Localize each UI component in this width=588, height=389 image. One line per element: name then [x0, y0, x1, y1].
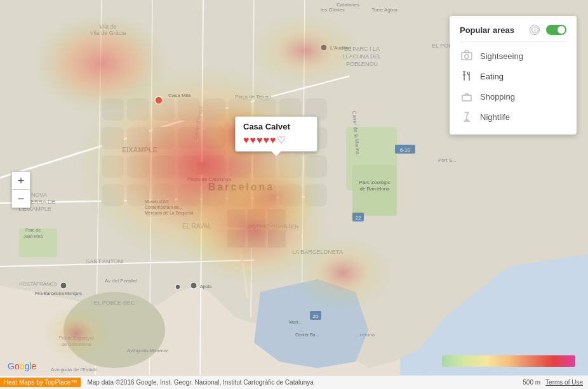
svg-text:Barcelona: Barcelona [208, 181, 274, 192]
svg-text:de Barcelona: de Barcelona [61, 341, 91, 347]
svg-text:Casa Milà: Casa Milà [168, 93, 191, 98]
zoom-in-button[interactable]: + [12, 172, 30, 190]
svg-point-91 [190, 282, 197, 289]
svg-text:20: 20 [313, 313, 319, 319]
map-container: Barcelona EIXAMPLE EL RAVAL GOTHIC QUART… [0, 0, 588, 389]
svg-rect-127 [465, 51, 469, 53]
svg-rect-83 [197, 162, 210, 175]
svg-rect-18 [102, 98, 124, 121]
svg-text:Parc Zoològic: Parc Zoològic [359, 180, 391, 185]
svg-rect-39 [178, 155, 200, 178]
svg-text:Vila de: Vila de [99, 23, 116, 30]
svg-rect-43 [279, 155, 302, 178]
svg-text:Plaça de Tetuan: Plaça de Tetuan [235, 94, 271, 100]
info-icon[interactable]: ⓘ [530, 25, 540, 35]
svg-text:Museu d'Art: Museu d'Art [145, 199, 168, 204]
svg-text:LLACUNA DEL: LLACUNA DEL [342, 53, 381, 60]
svg-text:EIXAMPLE: EIXAMPLE [122, 146, 157, 154]
svg-rect-44 [305, 155, 327, 178]
shopping-label: Shopping [480, 92, 515, 102]
svg-text:Torre Agbar: Torre Agbar [371, 7, 398, 13]
svg-text:GOTHIC QUARTER: GOTHIC QUARTER [247, 223, 299, 230]
category-shopping[interactable]: Shopping [460, 86, 566, 107]
svg-rect-132 [462, 95, 471, 101]
svg-point-126 [465, 55, 469, 58]
svg-point-79 [155, 96, 163, 104]
svg-rect-52 [279, 184, 302, 206]
svg-rect-48 [178, 184, 200, 206]
color-scale-bar [442, 355, 575, 367]
svg-text:de Barcelona: de Barcelona [359, 186, 390, 192]
svg-text:22: 22 [356, 215, 361, 221]
svg-rect-19 [127, 98, 149, 121]
svg-text:EL RAVAL: EL RAVAL [182, 223, 211, 230]
bottom-bar: Heat Maps by TopPlace™ Map data ©2016 Go… [0, 375, 588, 389]
google-logo: Google [8, 361, 36, 371]
map-attribution: Map data ©2016 Google, Inst. Geogr. Naci… [84, 379, 523, 386]
sightseeing-label: Sightseeing [480, 51, 523, 61]
svg-text:les Glories: les Glories [321, 7, 345, 13]
svg-text:Poble Espanyol: Poble Espanyol [58, 335, 94, 341]
svg-rect-42 [254, 155, 276, 178]
heatmaps-attribution: Heat Maps by TopPlace™ [0, 378, 81, 387]
svg-rect-56 [227, 230, 245, 247]
svg-text:Vila de Gràcia: Vila de Gràcia [90, 30, 126, 36]
scale-label: 500 m [523, 379, 540, 386]
svg-point-103 [175, 284, 180, 289]
svg-text:SANT ANTONI: SANT ANTONI [86, 258, 124, 265]
popular-areas-row: Popular areas ⓘ [460, 25, 566, 35]
category-sightseeing[interactable]: Sightseeing [460, 46, 566, 66]
svg-rect-45 [102, 184, 124, 206]
svg-rect-59 [268, 230, 286, 247]
svg-text:POBLENOU: POBLENOU [346, 61, 378, 67]
svg-rect-16 [19, 228, 57, 257]
nightlife-icon [460, 110, 474, 124]
svg-rect-54 [227, 209, 245, 227]
svg-text:L'Auditori: L'Auditori [330, 45, 351, 51]
svg-rect-22 [203, 98, 225, 121]
svg-marker-17 [254, 279, 368, 368]
filter-panel: Popular areas ⓘ Sightseeing [450, 16, 577, 135]
svg-point-81 [321, 44, 327, 51]
svg-text:Apolo: Apolo [200, 284, 211, 289]
svg-text:6-10: 6-10 [400, 147, 411, 153]
terms-link[interactable]: Terms of Use [545, 379, 583, 386]
panel-title: Popular areas [460, 25, 526, 35]
eating-label: Eating [480, 72, 504, 81]
svg-text:HOSTAFRANCS: HOSTAFRANCS [19, 281, 57, 287]
svg-rect-27 [102, 127, 124, 149]
popup-hearts: ♥♥♥♥♥♡ [243, 134, 309, 146]
svg-point-89 [60, 282, 67, 289]
svg-text:Worl...: Worl... [289, 320, 302, 324]
svg-text:Av del Parallel: Av del Parallel [105, 278, 137, 284]
shopping-icon [460, 89, 474, 103]
svg-rect-53 [305, 184, 327, 206]
panel-divider [460, 41, 566, 42]
svg-text:EL POBLE-SEC: EL POBLE-SEC [94, 300, 135, 306]
svg-text:Catalanes: Catalanes [337, 2, 359, 8]
svg-text:Avinguda Miramar: Avinguda Miramar [127, 348, 168, 353]
popup-title: Casa Calvet [243, 122, 309, 131]
zoom-controls: + − [11, 171, 30, 208]
svg-text:Contemporani de...: Contemporani de... [145, 205, 183, 210]
eating-icon [460, 69, 474, 83]
svg-rect-36 [102, 155, 124, 178]
zoom-out-button[interactable]: − [12, 190, 30, 208]
svg-rect-41 [229, 155, 251, 178]
svg-text:Joan Miró: Joan Miró [23, 234, 43, 239]
svg-text:...celona: ...celona [356, 332, 375, 338]
svg-rect-57 [248, 230, 265, 247]
svg-text:Avinguda de l'Estadi: Avinguda de l'Estadi [51, 367, 97, 373]
category-nightlife[interactable]: Nightlife [460, 107, 566, 127]
popular-areas-toggle[interactable] [546, 25, 566, 35]
svg-text:Plaça de Catalunya: Plaça de Catalunya [187, 176, 232, 182]
svg-text:Center Ba...: Center Ba... [295, 333, 319, 337]
svg-text:LA BARCELONETA: LA BARCELONETA [292, 249, 342, 255]
svg-rect-38 [152, 155, 175, 178]
svg-text:Mercado de La Boqueria: Mercado de La Boqueria [145, 211, 194, 216]
category-eating[interactable]: Eating [460, 66, 566, 86]
svg-rect-31 [203, 127, 225, 149]
svg-text:Fira Barcelona Montjuïc: Fira Barcelona Montjuïc [35, 291, 82, 296]
svg-text:Port S...: Port S... [438, 157, 457, 163]
svg-rect-37 [127, 155, 149, 178]
